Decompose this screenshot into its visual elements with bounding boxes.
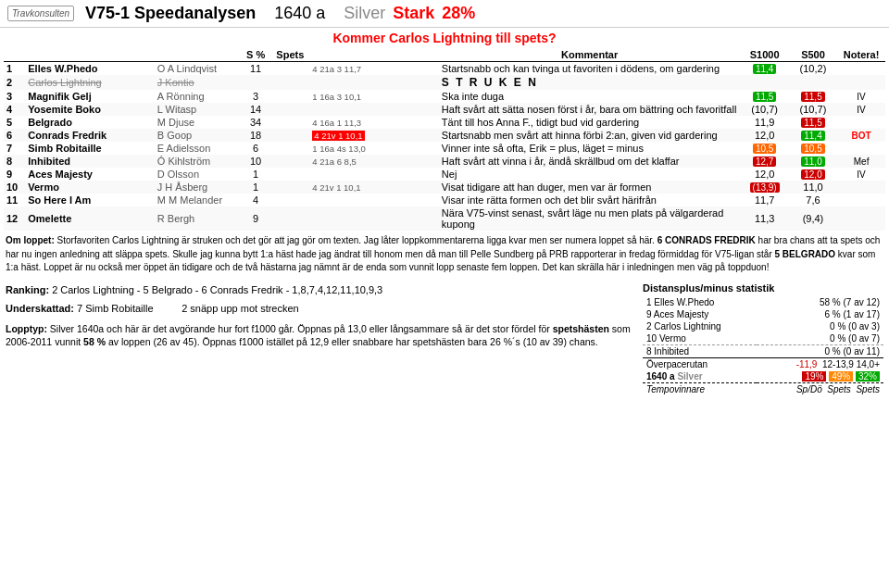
score-cell: 11,4 — [789, 129, 837, 142]
horse-name: Conrads Fredrik — [25, 129, 155, 142]
horse-name: Yosemite Boko — [25, 103, 155, 116]
score-cell: 11,5 — [789, 116, 837, 129]
row-num: 1 — [4, 62, 25, 76]
spct-value: 1 — [241, 181, 271, 194]
page-header: Travkonsulten V75-1 Speedanalysen 1640 a… — [0, 0, 889, 28]
header-trainer — [155, 48, 241, 62]
comment-text: Nej — [439, 168, 741, 181]
subtitle: Kommer Carlos Lightning till spets? — [0, 28, 889, 48]
bottom-left: Ranking: 2 Carlos Lightning - 5 Belgrado… — [6, 282, 633, 395]
comment-text: Startsnabb men svårt att hinna förbi 2:a… — [439, 129, 741, 142]
header-spct: S % — [241, 48, 271, 62]
spets-value — [270, 62, 309, 76]
trainer-name: J H Åsberg — [155, 181, 241, 194]
comment-text: Tänt till hos Anna F., tidigt bud vid ga… — [439, 116, 741, 129]
score-cell: 11,9 — [740, 116, 788, 129]
tempo-label: Tempovinnare — [643, 382, 757, 395]
table-row: 12OmeletteR Bergh9Nära V75-vinst senast,… — [4, 206, 885, 231]
score-cell: (10,7) — [789, 103, 837, 116]
trainer-name: J Kontio — [155, 75, 241, 90]
comment-text: Nära V75-vinst senast, svårt läge nu men… — [439, 206, 741, 231]
spct-value: 3 — [241, 90, 271, 103]
dist-row: 8 Inhibited0 % (0 av 11) — [643, 344, 883, 357]
score-cell: 7,6 — [789, 194, 837, 206]
table-row: 6Conrads FredrikB Goop184 21v 1 10,1Star… — [4, 129, 885, 142]
horse-name: Carlos Lightning — [25, 75, 155, 90]
lopptyp-label: Lopptyp: — [6, 323, 47, 334]
score-cell: 10,5 — [740, 142, 788, 155]
dist-row: 9 Aces Majesty6 % (1 av 17) — [643, 308, 883, 320]
odds-value: 4 21v 1 10,1 — [309, 129, 439, 142]
table-row: 1Elles W.PhedoO A Lindqvist114 21a 3 11,… — [4, 62, 885, 76]
table-row: 3Magnifik GeljA Rönning31 16a 3 10,1Ska … — [4, 90, 885, 103]
score-cell: 11,5 — [789, 90, 837, 103]
row-num: 5 — [4, 116, 25, 129]
trainer-name: L Witasp — [155, 103, 241, 116]
spct-value: 10 — [241, 155, 271, 168]
notera-value — [837, 206, 885, 231]
spct-value: 34 — [241, 116, 271, 129]
header-name — [25, 48, 155, 62]
spets-value — [270, 206, 309, 231]
odds-value: 4 21v 1 10,1 — [309, 181, 439, 194]
trainer-name: M Djuse — [155, 116, 241, 129]
spets-value — [270, 75, 309, 90]
underskattad-label: Underskattad: — [6, 303, 74, 314]
ranking-label: Ranking: — [6, 284, 49, 295]
score-cell: 11,0 — [789, 155, 837, 168]
notera-value: IV — [837, 168, 885, 181]
dist-pct: 6 % (1 av 17) — [757, 308, 883, 320]
underskattad-value: 7 Simb Robitaille — [77, 303, 154, 314]
odds-value: 1 16a 3 10,1 — [309, 90, 439, 103]
row-num: 9 — [4, 168, 25, 181]
odds-value — [309, 206, 439, 231]
score-cell: 12,0 — [789, 168, 837, 181]
score-cell — [740, 75, 788, 90]
spets-value — [270, 116, 309, 129]
overpacerat-label: Överpacerutan — [643, 357, 757, 370]
trainer-name: E Adielsson — [155, 142, 241, 155]
header-notera: Notera! — [837, 48, 885, 62]
header-comment: Kommentar — [439, 48, 741, 62]
table-row: 7Simb RobitailleE Adielsson61 16a 4s 13,… — [4, 142, 885, 155]
comment-text: Vinner inte så ofta, Erik = plus, läget … — [439, 142, 741, 155]
notera-value — [837, 62, 885, 76]
trainer-name: O A Lindqvist — [155, 62, 241, 76]
dist-pct: 58 % (7 av 12) — [757, 296, 883, 308]
table-row: 2Carlos LightningJ KontioS T R U K E N — [4, 75, 885, 90]
table-row: 10VermoJ H Åsberg14 21v 1 10,1Visat tidi… — [4, 181, 885, 194]
dist-pct: 0 % (0 av 7) — [757, 332, 883, 345]
horse-name: Vermo — [25, 181, 155, 194]
horse-name: Inhibited — [25, 155, 155, 168]
lopptyp-content: Silver 1640a och här är det avgörande hu… — [6, 323, 631, 348]
dist-stat-table: 1 Elles W.Phedo58 % (7 av 12)9 Aces Maje… — [643, 296, 883, 395]
score-cell: 12,0 — [740, 168, 788, 181]
trainer-name: B Goop — [155, 129, 241, 142]
spets-value — [270, 168, 309, 181]
table-row: 4Yosemite BokoL Witasp14Haft svårt att s… — [4, 103, 885, 116]
lopp-label: 1640 a Silver — [643, 370, 757, 383]
row-num: 12 — [4, 206, 25, 231]
trainer-name: A Rönning — [155, 90, 241, 103]
notera-value — [837, 142, 885, 155]
score-cell: 12,0 — [740, 129, 788, 142]
lopptyp-text: Lopptyp: Silver 1640a och här är det avg… — [6, 322, 633, 349]
row-num: 2 — [4, 75, 25, 90]
spets-value — [270, 103, 309, 116]
score-cell: (13,9) — [740, 181, 788, 194]
spct-value: 11 — [241, 62, 271, 76]
row-num: 8 — [4, 155, 25, 168]
comment-text: Visat tidigare att han duger, men var är… — [439, 181, 741, 194]
pct-label: 28% — [442, 4, 475, 23]
dist-stat-panel: Distansplus/minus statistik 1 Elles W.Ph… — [643, 282, 883, 395]
odds-value — [309, 75, 439, 90]
score-cell: 11,3 — [740, 206, 788, 231]
horse-name: Simb Robitaille — [25, 142, 155, 155]
score-cell: 11,0 — [789, 181, 837, 194]
footer-paragraph: Om loppet: Storfavoriten Carlos Lightnin… — [0, 231, 889, 279]
logo: Travkonsulten — [7, 6, 74, 21]
underskattad-line: Underskattad: 7 Simb Robitaille 2 snäpp … — [6, 301, 633, 317]
main-table: S % Spets Kommentar S1000 S500 Notera! 1… — [4, 48, 885, 231]
score-cell — [789, 75, 837, 90]
table-row: 9Aces MajestyD Olsson1Nej12,012,0IV — [4, 168, 885, 181]
